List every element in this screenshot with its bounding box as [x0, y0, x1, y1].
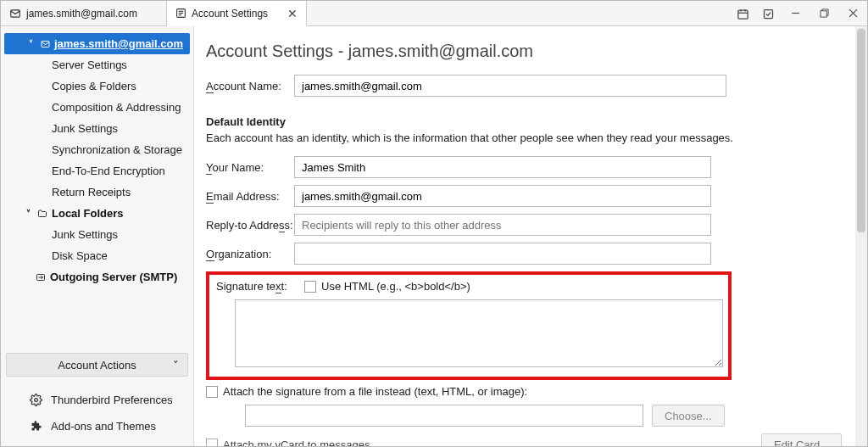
settings-panel-icon	[175, 8, 186, 19]
tab-inbox-label: james.smith@gmail.com	[26, 8, 137, 20]
account-name-label: Account Name:	[206, 80, 294, 92]
calendar-icon[interactable]	[730, 1, 755, 26]
sidebar-local-folders-label: Local Folders	[52, 207, 124, 220]
sidebar-smtp-label: Outgoing Server (SMTP)	[50, 271, 177, 283]
tab-account-settings[interactable]: Account Settings ✕	[167, 1, 307, 26]
your-name-input[interactable]	[294, 156, 711, 178]
choose-file-button[interactable]: Choose...	[652, 405, 725, 427]
tasks-icon[interactable]	[755, 1, 781, 26]
folder-icon	[36, 209, 48, 219]
mail-icon	[40, 39, 51, 49]
sidebar-local-folders[interactable]: ˅ Local Folders	[4, 203, 190, 224]
chevron-down-icon: ˅	[26, 39, 36, 48]
close-tab-icon[interactable]: ✕	[287, 7, 298, 20]
sidebar-account-root[interactable]: ˅ james.smith@gmail.com	[4, 33, 190, 54]
signature-highlight-area: Signature text: Use HTML (e.g., <b>bold<…	[206, 271, 732, 380]
smtp-icon	[35, 272, 47, 282]
sidebar-item-e2e[interactable]: End-To-End Encryption	[4, 160, 190, 182]
puzzle-icon	[30, 420, 42, 433]
sidebar-item-local-junk[interactable]: Junk Settings	[4, 224, 190, 245]
attach-signature-file-label: Attach the signature from a file instead…	[223, 385, 527, 398]
window-close-button[interactable]	[838, 1, 867, 26]
svg-point-16	[35, 399, 38, 402]
svg-rect-5	[737, 10, 747, 19]
mail-icon	[9, 8, 21, 20]
replyto-input[interactable]	[294, 214, 711, 236]
use-html-checkbox[interactable]	[304, 281, 316, 293]
chevron-down-icon: ˅	[23, 209, 33, 218]
sidebar-item-receipts[interactable]: Return Receipts	[4, 182, 190, 203]
use-html-label: Use HTML (e.g., <b>bold</b>)	[321, 280, 470, 293]
sidebar-smtp[interactable]: Outgoing Server (SMTP)	[4, 266, 190, 288]
content-pane: Account Settings - james.smith@gmail.com…	[194, 26, 867, 446]
sidebar-account-label: james.smith@gmail.com	[54, 37, 183, 50]
signature-label: Signature text:	[216, 280, 304, 293]
svg-rect-9	[764, 9, 772, 18]
sidebar-item-junk[interactable]: Junk Settings	[4, 118, 190, 139]
scrollbar[interactable]	[855, 26, 867, 446]
minimize-button[interactable]	[781, 1, 810, 26]
replyto-label: Reply-to Address:	[206, 219, 294, 232]
your-name-label: Your Name:	[206, 161, 294, 174]
account-actions-button[interactable]: Account Actions ˅	[6, 353, 188, 377]
sidebar-item-server-settings[interactable]: Server Settings	[4, 54, 190, 75]
signature-file-path-input[interactable]	[245, 405, 643, 427]
signature-textarea[interactable]	[235, 299, 723, 367]
identity-section-desc: Each account has an identity, which is t…	[206, 131, 847, 144]
identity-section-title: Default Identity	[206, 115, 847, 128]
scrollbar-thumb[interactable]	[857, 29, 865, 232]
addons-link-label: Add-ons and Themes	[51, 420, 156, 433]
sidebar-link-prefs[interactable]: Thunderbird Preferences	[4, 387, 190, 413]
chevron-down-icon: ˅	[173, 359, 179, 372]
prefs-link-label: Thunderbird Preferences	[51, 394, 173, 406]
svg-rect-11	[820, 11, 826, 17]
titlebar: james.smith@gmail.com Account Settings ✕	[1, 1, 867, 26]
maximize-button[interactable]	[810, 1, 838, 26]
account-name-input[interactable]	[294, 75, 726, 97]
sidebar-item-sync[interactable]: Synchronization & Storage	[4, 139, 190, 160]
sidebar-item-diskspace[interactable]: Disk Space	[4, 245, 190, 266]
attach-vcard-checkbox[interactable]	[206, 439, 218, 446]
attach-signature-file-checkbox[interactable]	[206, 386, 218, 398]
sidebar-link-addons[interactable]: Add-ons and Themes	[4, 413, 190, 439]
sidebar: ˅ james.smith@gmail.com Server Settings …	[1, 26, 194, 446]
tab-inbox[interactable]: james.smith@gmail.com	[1, 1, 167, 25]
edit-card-button[interactable]: Edit Card...	[761, 433, 842, 446]
sidebar-item-copies-folders[interactable]: Copies & Folders	[4, 75, 190, 97]
attach-vcard-label: Attach my vCard to messages	[223, 439, 370, 447]
page-title: Account Settings - james.smith@gmail.com	[206, 42, 847, 61]
tab-settings-label: Account Settings	[192, 8, 268, 20]
account-actions-label: Account Actions	[58, 359, 136, 372]
organization-label: Organization:	[206, 248, 294, 260]
organization-input[interactable]	[294, 243, 711, 265]
email-label: Email Address:	[206, 190, 294, 203]
sidebar-item-composition[interactable]: Composition & Addressing	[4, 97, 190, 118]
gear-icon	[30, 394, 42, 406]
email-input[interactable]	[294, 185, 711, 207]
